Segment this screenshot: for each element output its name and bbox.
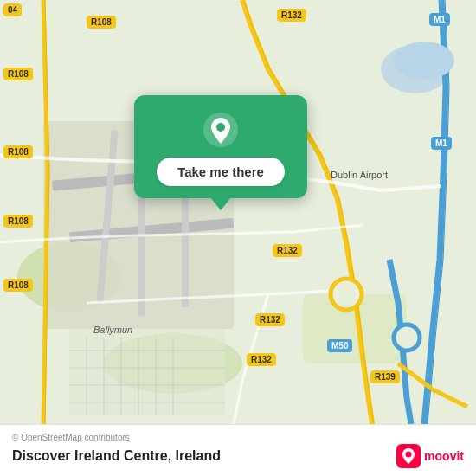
road-label-m1-top: M1 (429, 13, 450, 26)
road-label-r108-left3: R108 (3, 215, 33, 228)
moovit-logo: moovit (396, 444, 464, 468)
road-label-r108-left4: R108 (3, 279, 33, 292)
svg-point-27 (216, 123, 225, 132)
moovit-icon (396, 444, 421, 468)
road-label-m1-right: M1 (431, 137, 452, 150)
map-container: R108 R132 M1 R108 R108 R108 R108 04 M1 R… (0, 0, 476, 424)
dublin-airport-label: Dublin Airport (331, 170, 388, 180)
map-attribution: © OpenStreetMap contributors (12, 433, 464, 442)
map-background (0, 0, 476, 424)
location-pin-icon (202, 111, 240, 149)
road-label-r108-left2: R108 (3, 145, 33, 158)
moovit-text: moovit (424, 449, 464, 463)
svg-point-13 (394, 42, 454, 80)
road-label-r132-lower: R132 (255, 313, 285, 326)
road-label-r139: R139 (370, 370, 400, 383)
bottom-bar: © OpenStreetMap contributors Discover Ir… (0, 424, 476, 476)
ballymun-label: Ballymun (93, 325, 132, 335)
road-label-m50: M50 (327, 339, 352, 352)
location-row: Discover Ireland Centre, Ireland moovit (12, 444, 464, 468)
road-label-r108-left1: R108 (3, 68, 33, 80)
svg-point-12 (394, 325, 420, 351)
road-label-r132-top: R132 (277, 9, 306, 22)
location-name: Discover Ireland Centre, Ireland (12, 448, 221, 464)
svg-point-11 (331, 279, 362, 310)
road-label-r132-mid: R132 (273, 244, 302, 257)
take-me-there-button[interactable]: Take me there (157, 158, 285, 186)
road-label-r132-bottom: R132 (247, 353, 276, 366)
location-popup: Take me there (134, 95, 307, 198)
road-label-r108-top: R108 (87, 16, 116, 29)
road-label-04: 04 (3, 3, 22, 16)
svg-point-29 (406, 452, 412, 458)
